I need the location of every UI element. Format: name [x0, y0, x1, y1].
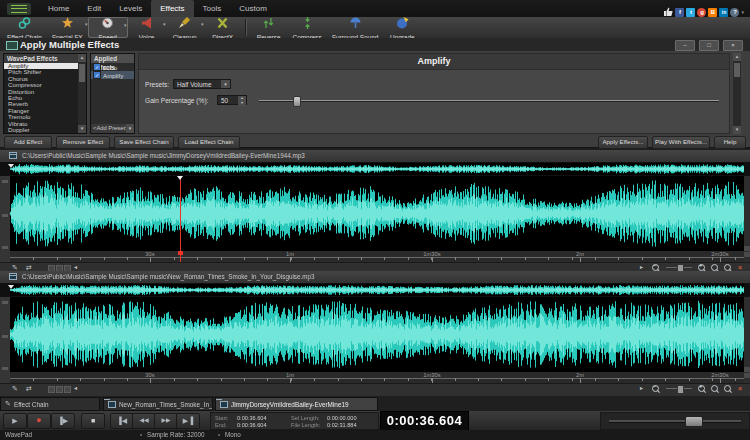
minimize-button[interactable]: –: [675, 40, 695, 51]
track1-playhead-square[interactable]: [178, 251, 183, 255]
track2-overview-canvas[interactable]: [10, 284, 744, 296]
track2-close-zoom-icon[interactable]: ×: [738, 384, 742, 393]
compress-button[interactable]: Compress: [288, 17, 327, 38]
track1-right-scrollstrip[interactable]: [744, 176, 750, 262]
track2-tool-c[interactable]: [64, 386, 71, 393]
gain-value-spinbox[interactable]: 50 ▴ ▾: [217, 95, 247, 105]
gain-slider-thumb[interactable]: [293, 96, 301, 107]
track2-tool-caret[interactable]: ◂: [74, 384, 77, 393]
effect-detail-panel: Amplify Presets: Half Volume ▾ Gain Perc…: [138, 53, 730, 134]
track1-ruler[interactable]: 30s1m1m30s2m2m30s: [10, 251, 744, 262]
applied-effect-row-amplify[interactable]: ✓ Amplify: [91, 71, 134, 79]
fast-forward-button[interactable]: ▶▶: [154, 413, 178, 429]
voice-button[interactable]: Voice ▾: [128, 17, 166, 38]
maximize-button[interactable]: □: [699, 40, 719, 51]
track1-playhead-marker[interactable]: [177, 176, 183, 180]
close-button[interactable]: ×: [723, 40, 743, 51]
track2-zoom-slider[interactable]: [666, 388, 692, 389]
hamburger-menu-button[interactable]: [7, 3, 31, 15]
track2-draw-icon[interactable]: ✎: [12, 384, 18, 393]
skip-to-start-button[interactable]: ▐◀: [110, 413, 134, 429]
add-effect-button[interactable]: Add Effect: [4, 136, 52, 149]
track2-right-scrollstrip[interactable]: [744, 297, 750, 383]
add-preset-row[interactable]: <Add Preset> ▾: [91, 124, 134, 133]
presets-dropdown[interactable]: Half Volume ▾: [173, 79, 231, 89]
library-item-doppler[interactable]: Doppler: [4, 127, 86, 133]
rewind-button[interactable]: ◀◀: [132, 413, 156, 429]
applied-effect-row-echo[interactable]: ✓ Echo: [91, 63, 134, 71]
gain-percentage-label: Gain Percentage (%):: [145, 97, 208, 104]
track1-overview-strip[interactable]: [0, 162, 750, 176]
track1-waveform-canvas[interactable]: [10, 176, 744, 251]
fx-scroll-down-button[interactable]: ▼: [733, 126, 741, 134]
play-with-effects-button[interactable]: Play With Effects...: [652, 136, 710, 149]
fx-scroll-up-button[interactable]: ▲: [733, 53, 741, 61]
fx-scroll-thumb[interactable]: [734, 63, 740, 77]
track2-tool-b[interactable]: [56, 386, 63, 393]
facebook-icon[interactable]: f: [675, 8, 684, 17]
remove-effect-button[interactable]: Remove Effect: [56, 136, 110, 149]
cleanup-button[interactable]: Cleanup ▾: [166, 17, 204, 38]
library-scroll-up-button[interactable]: ▲: [78, 54, 86, 62]
library-scroll-down-button[interactable]: ▼: [78, 125, 86, 133]
skip-to-end-button[interactable]: ▶▐: [176, 413, 200, 429]
save-effect-chain-button[interactable]: Save Effect Chain: [114, 136, 174, 149]
selection-info-panel: Start: 0:00:36.604 End: 0:00:36.604 Sel …: [210, 412, 379, 430]
help-icon[interactable]: ?: [730, 8, 739, 17]
library-scroll-thumb[interactable]: [79, 64, 85, 82]
speed-button[interactable]: Speed ▾: [88, 17, 128, 38]
amplify-checkbox[interactable]: ✓: [93, 71, 101, 79]
track2-zoom-full-icon[interactable]: [724, 385, 733, 393]
record-button[interactable]: ●: [27, 413, 51, 429]
track2-waveform-canvas[interactable]: [10, 297, 744, 372]
apply-effects-button[interactable]: Apply Effects...: [598, 136, 648, 149]
linkedin-icon[interactable]: in: [719, 8, 728, 17]
track2-zoom-caret[interactable]: ▸: [640, 384, 643, 393]
track1-overview-canvas[interactable]: [10, 163, 744, 175]
googleplus-icon[interactable]: g: [697, 8, 706, 17]
add-preset-caret[interactable]: ▾: [126, 124, 134, 133]
track1-playhead-line[interactable]: [180, 176, 181, 262]
help-button[interactable]: Help: [714, 136, 746, 149]
track2-scroll-button-b[interactable]: [744, 373, 750, 378]
echo-checkbox[interactable]: ✓: [93, 63, 101, 71]
gain-slider[interactable]: [259, 99, 719, 102]
fx-panel-scrollbar[interactable]: ▲ ▼: [733, 53, 741, 134]
presets-dropdown-caret[interactable]: ▾: [221, 80, 230, 88]
track1-scroll-button-a[interactable]: [744, 246, 750, 251]
track2-zoom-slider-thumb[interactable]: [677, 385, 684, 394]
directx-button[interactable]: DirectX: [204, 17, 242, 38]
effect-chain-button[interactable]: Effect Chain: [2, 17, 47, 38]
play-from-cursor-button[interactable]: ▐▶: [51, 413, 75, 429]
file-tab-new-roman-times[interactable]: New_Roman_Times_Smoke_In_Your_: [103, 397, 213, 411]
volume-slider-handle[interactable]: [685, 416, 703, 427]
surround-sound-button[interactable]: Surround Sound: [327, 17, 384, 38]
reverse-button[interactable]: Reverse: [250, 17, 288, 38]
speed-dropdown-caret[interactable]: ▾: [124, 22, 127, 28]
track2-zoom-selection-icon[interactable]: [711, 385, 720, 393]
social-more-caret[interactable]: ▾: [741, 9, 744, 15]
track2-zoom-out-icon[interactable]: −: [652, 385, 661, 393]
library-scrollbar[interactable]: [78, 62, 86, 125]
track2-pan-icon[interactable]: ⇄: [26, 384, 32, 393]
gain-spin-down[interactable]: ▾: [238, 101, 246, 106]
track2-tool-a[interactable]: [48, 386, 55, 393]
track2-zoom-in-icon[interactable]: +: [698, 385, 707, 393]
upgrade-button[interactable]: Upgrade: [383, 17, 421, 38]
track1-zoom-slider[interactable]: [666, 267, 692, 268]
track2-overview-strip[interactable]: [0, 283, 750, 297]
play-button[interactable]: ▶: [3, 413, 27, 429]
stop-button[interactable]: ■: [81, 413, 105, 429]
blogger-icon[interactable]: B: [708, 8, 717, 17]
track1-titlebar[interactable]: C:\Users\Public\Music\Sample Music\Sampl…: [0, 150, 750, 162]
effect-chain-panel-tab[interactable]: ✎ Effect Chain: [0, 397, 100, 411]
load-effect-chain-button[interactable]: Load Effect Chain: [178, 136, 240, 149]
track2-ruler[interactable]: 30s1m1m30s2m2m30s: [10, 372, 744, 383]
volume-slider[interactable]: [609, 420, 741, 423]
track2-titlebar[interactable]: C:\Users\Public\Music\Sample Music\Sampl…: [0, 271, 750, 283]
special-fx-button[interactable]: Special FX ▾: [47, 17, 88, 38]
twitter-icon[interactable]: t: [686, 8, 695, 17]
track1-scroll-button-b[interactable]: [744, 252, 750, 257]
file-tab-jimmy-dorsey[interactable]: JimmyDorseyVmildredBailey-EverMine19: [215, 397, 378, 411]
track2-scroll-button-a[interactable]: [744, 367, 750, 372]
